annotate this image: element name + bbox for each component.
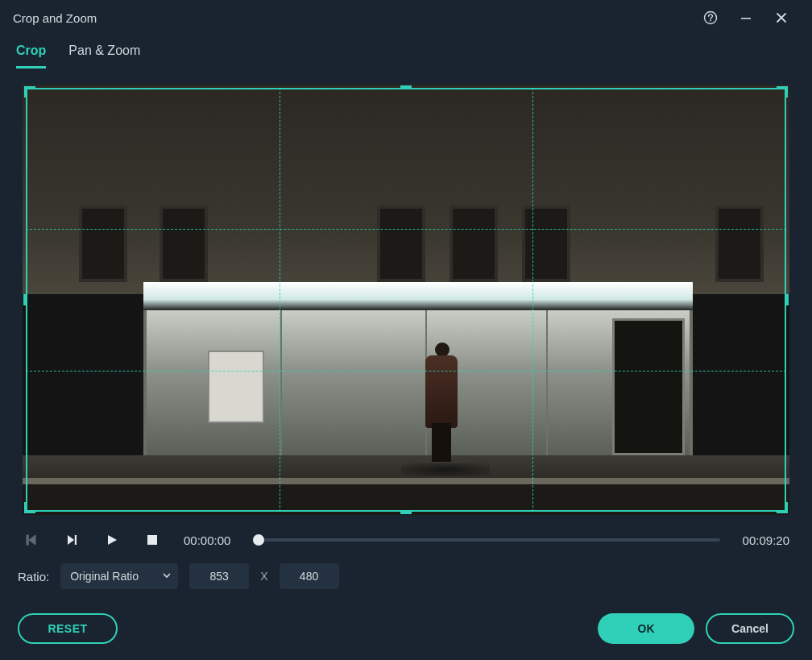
crop-handle-top[interactable] xyxy=(400,85,412,89)
svg-point-1 xyxy=(710,20,711,22)
svg-rect-3 xyxy=(27,535,28,545)
crop-and-zoom-dialog: Crop and Zoom Crop Pan & Zoom xyxy=(0,0,812,660)
crop-handle-right[interactable] xyxy=(785,294,789,305)
height-input[interactable]: 480 xyxy=(280,563,339,589)
svg-rect-2 xyxy=(741,18,751,19)
stop-button[interactable] xyxy=(143,531,161,549)
next-frame-icon xyxy=(65,533,78,546)
window-title: Crop and Zoom xyxy=(13,11,97,25)
ratio-row: Ratio: Original Ratio 853 X 480 xyxy=(0,554,812,599)
timeline-slider[interactable] xyxy=(253,532,719,548)
ratio-selected: Original Ratio xyxy=(70,570,139,583)
crop-handle-bottom[interactable] xyxy=(400,511,412,514)
ratio-label: Ratio: xyxy=(18,570,49,583)
minimize-button[interactable] xyxy=(728,0,764,35)
minimize-icon xyxy=(740,12,752,23)
dialog-footer: RESET OK Cancel xyxy=(0,599,812,660)
current-time: 00:00:00 xyxy=(184,533,230,547)
titlebar: Crop and Zoom xyxy=(0,0,812,35)
crop-handle-top-right[interactable] xyxy=(777,86,788,98)
svg-point-0 xyxy=(705,12,717,24)
crop-handle-bottom-right[interactable] xyxy=(777,502,788,513)
play-button[interactable] xyxy=(103,531,121,549)
crop-handle-bottom-left[interactable] xyxy=(24,502,35,513)
width-input[interactable]: 853 xyxy=(189,563,249,589)
ratio-dropdown[interactable]: Original Ratio xyxy=(60,563,178,589)
chevron-down-icon xyxy=(162,570,172,583)
tab-bar: Crop Pan & Zoom xyxy=(0,35,812,68)
video-preview[interactable] xyxy=(23,85,789,515)
prev-frame-icon xyxy=(25,533,38,546)
tab-pan-and-zoom[interactable]: Pan & Zoom xyxy=(68,44,140,68)
close-icon xyxy=(776,12,787,23)
timeline-thumb[interactable] xyxy=(253,534,264,546)
play-icon xyxy=(106,533,118,546)
svg-rect-4 xyxy=(75,535,77,545)
close-button[interactable] xyxy=(764,0,799,35)
next-frame-button[interactable] xyxy=(63,531,81,549)
crop-handle-top-left[interactable] xyxy=(24,86,35,98)
total-time: 00:09:20 xyxy=(743,533,789,547)
ok-button[interactable]: OK xyxy=(598,613,694,644)
help-button[interactable] xyxy=(693,0,728,35)
dimension-separator: X xyxy=(260,570,267,583)
reset-button[interactable]: RESET xyxy=(18,613,118,644)
stop-icon xyxy=(147,534,158,546)
tab-crop[interactable]: Crop xyxy=(16,44,46,68)
svg-rect-5 xyxy=(147,535,157,545)
cancel-button[interactable]: Cancel xyxy=(706,613,794,644)
prev-frame-button[interactable] xyxy=(23,531,40,549)
crop-handle-left[interactable] xyxy=(23,294,27,305)
preview-area xyxy=(23,85,789,515)
help-icon xyxy=(703,10,718,25)
playback-controls: 00:00:00 00:09:20 xyxy=(0,523,812,554)
